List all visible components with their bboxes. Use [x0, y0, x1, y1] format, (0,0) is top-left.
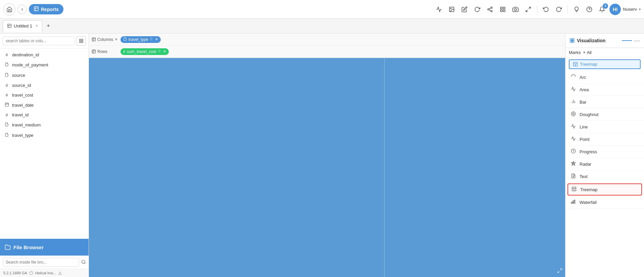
treemap-selected-icon	[573, 62, 578, 67]
field-travel-medium[interactable]: travel_medium	[0, 120, 89, 130]
viz-type-line[interactable]: Line	[565, 121, 644, 133]
viz-type-radar[interactable]: Radar	[565, 158, 644, 170]
viz-type-label: Radar	[580, 162, 591, 167]
rows-pill-sum-travel-cost[interactable]: # sum_travel_cost ⠿ ✕	[120, 48, 169, 55]
svg-point-6	[488, 8, 489, 10]
svg-rect-10	[500, 7, 502, 9]
bar-icon	[570, 99, 576, 105]
username-dropdown-icon[interactable]: ▾	[639, 7, 641, 11]
panel-more-button[interactable]: ⋯	[634, 37, 640, 44]
viz-type-area[interactable]: Area	[565, 84, 644, 96]
field-label: travel_date	[12, 103, 34, 108]
refresh-button[interactable]	[472, 4, 483, 15]
main-layout: # destination_id mode_of_payment source …	[0, 34, 644, 277]
columns-pill-travel-type[interactable]: travel_type ⠿ ✕	[120, 36, 161, 43]
waterfall-icon	[570, 199, 576, 205]
download-icon	[58, 271, 62, 275]
svg-line-8	[489, 10, 491, 11]
treemap-icon	[571, 186, 577, 192]
fullscreen-button[interactable]	[523, 4, 534, 15]
svg-rect-65	[573, 201, 574, 204]
hash-icon: #	[4, 112, 9, 117]
file-browser-search-input[interactable]	[3, 258, 79, 267]
home-button[interactable]	[3, 3, 15, 15]
svg-line-15	[529, 7, 531, 9]
viz-type-arc[interactable]: Arc	[565, 71, 644, 84]
line-chart-button[interactable]	[434, 4, 444, 15]
svg-point-55	[571, 112, 576, 116]
svg-rect-47	[571, 41, 572, 42]
pill-close-button[interactable]: ✕	[155, 37, 158, 42]
field-source[interactable]: source	[0, 70, 89, 80]
svg-rect-64	[571, 202, 572, 204]
nav-forward-button[interactable]	[17, 5, 27, 14]
hash-icon: #	[4, 52, 9, 57]
bulb-button[interactable]	[571, 4, 582, 15]
viz-type-text[interactable]: Text	[565, 170, 644, 183]
tab-close-button[interactable]: ×	[36, 23, 38, 28]
field-source-id[interactable]: # source_id	[0, 80, 89, 90]
fields-list: # destination_id mode_of_payment source …	[0, 49, 89, 239]
undo-button[interactable]	[541, 4, 551, 15]
help-button[interactable]	[584, 4, 595, 15]
field-label: travel_medium	[12, 122, 41, 127]
tab-untitled-1[interactable]: Untitled 1 ×	[3, 20, 42, 32]
field-travel-cost[interactable]: # travel_cost	[0, 90, 89, 100]
field-travel-id[interactable]: # travel_id	[0, 110, 89, 120]
field-label: source	[12, 73, 25, 78]
svg-rect-25	[82, 41, 83, 43]
redo-button[interactable]	[553, 4, 564, 15]
sidebar: # destination_id mode_of_payment source …	[0, 34, 89, 277]
viz-type-waterfall[interactable]: Waterfall	[565, 196, 644, 209]
file-browser-section[interactable]: File Browser	[0, 239, 89, 256]
sidebar-search-area	[0, 34, 89, 49]
progress-icon	[570, 149, 576, 155]
field-travel-type[interactable]: travel_type	[0, 130, 89, 141]
shelf-area: Columns ▼ travel_type ⠿ ✕ Rows	[89, 34, 565, 58]
reports-label: Reports	[41, 7, 59, 12]
columns-shelf: Columns ▼ travel_type ⠿ ✕	[89, 34, 565, 46]
share-button[interactable]	[485, 4, 495, 15]
viz-type-bar[interactable]: Bar	[565, 96, 644, 108]
reports-icon	[34, 6, 39, 12]
viz-type-list: Arc Area Bar	[565, 71, 644, 277]
hash-icon: #	[4, 83, 9, 88]
right-panel-title-label: Visualization	[577, 38, 605, 43]
viz-type-progress[interactable]: Progress	[565, 146, 644, 158]
edit-button[interactable]	[459, 4, 470, 15]
field-travel-date[interactable]: travel_date	[0, 100, 89, 110]
viz-type-label: Progress	[580, 149, 597, 154]
separator-2	[567, 5, 568, 13]
viz-type-point[interactable]: Point	[565, 133, 644, 146]
svg-rect-66	[574, 200, 575, 204]
tab-add-button[interactable]: +	[44, 21, 53, 31]
layout-button[interactable]	[497, 4, 508, 15]
camera-button[interactable]	[510, 4, 521, 15]
svg-point-5	[491, 7, 492, 8]
separator-1	[537, 5, 537, 13]
treemap-selected-item[interactable]: Treemap	[569, 59, 641, 69]
viz-type-doughnut[interactable]: Doughnut	[565, 108, 644, 121]
svg-rect-13	[503, 10, 505, 11]
grid-view-button[interactable]	[77, 36, 86, 46]
field-mode-of-payment[interactable]: mode_of_payment	[0, 60, 89, 70]
file-search-icon[interactable]	[81, 260, 86, 265]
viz-type-label: Line	[580, 124, 588, 129]
right-panel-title: Visualization	[569, 38, 605, 43]
marks-dropdown[interactable]: ▾ All	[583, 50, 591, 55]
username-label[interactable]: hiuserv	[623, 7, 637, 12]
panel-underline	[622, 40, 632, 41]
marks-label: Marks	[569, 50, 581, 55]
pill-close-button[interactable]: ✕	[163, 49, 166, 54]
svg-point-56	[573, 113, 574, 115]
field-destination-id[interactable]: # destination_id	[0, 50, 89, 60]
download-image-button[interactable]	[446, 4, 457, 15]
notifications-button[interactable]: 4	[597, 4, 607, 15]
avatar[interactable]: HI	[609, 4, 621, 15]
search-input[interactable]	[3, 37, 75, 45]
svg-point-4	[450, 8, 451, 9]
reports-button[interactable]: Reports	[29, 4, 63, 14]
svg-line-31	[85, 263, 86, 264]
canvas-area: Columns ▼ travel_type ⠿ ✕ Rows	[89, 34, 565, 277]
viz-type-treemap[interactable]: Treemap	[567, 183, 642, 196]
